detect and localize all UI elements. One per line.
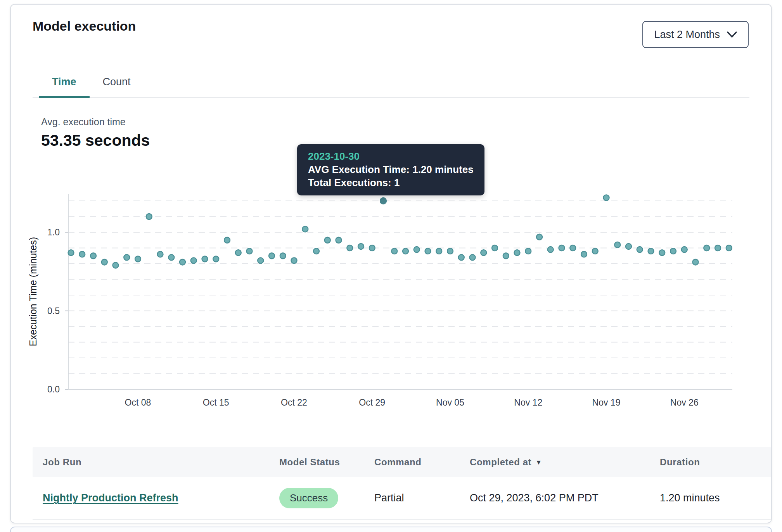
- scatter-point[interactable]: [213, 256, 219, 262]
- scatter-point[interactable]: [637, 247, 643, 252]
- scatter-point[interactable]: [336, 237, 342, 243]
- scatter-point[interactable]: [247, 248, 253, 254]
- scatter-point[interactable]: [458, 254, 464, 260]
- scatter-point[interactable]: [648, 248, 654, 254]
- scatter-point[interactable]: [626, 244, 631, 249]
- scatter-point[interactable]: [715, 245, 721, 251]
- scatter-point[interactable]: [113, 263, 119, 268]
- next-card-edge: [10, 527, 772, 532]
- scatter-point[interactable]: [68, 250, 74, 256]
- scatter-point[interactable]: [79, 251, 85, 257]
- scatter-point[interactable]: [614, 242, 620, 248]
- scatter-point[interactable]: [235, 250, 241, 256]
- x-tick-label: Oct 22: [281, 397, 307, 408]
- scatter-point[interactable]: [659, 250, 665, 256]
- screen: Model execution Last 2 Months Time Count…: [0, 0, 782, 532]
- column-header-model-status[interactable]: Model Status: [279, 457, 374, 468]
- cell-job-run: Nightly Production Refresh: [33, 492, 279, 504]
- cell-model-status: Success: [279, 488, 374, 508]
- x-tick-label: Oct 08: [125, 397, 151, 408]
- tab-count[interactable]: Count: [90, 67, 144, 97]
- scatter-point[interactable]: [682, 247, 687, 252]
- scatter-point[interactable]: [704, 245, 709, 251]
- scatter-point[interactable]: [358, 244, 364, 249]
- scatter-point[interactable]: [135, 256, 141, 262]
- tabs: Time Count: [33, 67, 749, 98]
- stat-value: 53.35 seconds: [41, 131, 150, 150]
- scatter-point[interactable]: [369, 245, 375, 251]
- scatter-point[interactable]: [503, 253, 509, 259]
- scatter-point[interactable]: [269, 253, 275, 259]
- scatter-point[interactable]: [102, 259, 107, 265]
- column-header-command[interactable]: Command: [374, 457, 470, 468]
- scatter-point[interactable]: [592, 248, 598, 254]
- scatter-point[interactable]: [191, 257, 197, 263]
- scatter-point[interactable]: [726, 245, 732, 251]
- cell-completed-at: Oct 29, 2023, 6:02 PM PDT: [470, 492, 660, 504]
- tooltip-date: 2023-10-30: [308, 150, 474, 163]
- date-range-value: Last 2 Months: [654, 29, 720, 41]
- tooltip-avg-execution: AVG Execution Time: 1.20 minutes: [308, 163, 474, 176]
- scatter-point[interactable]: [157, 251, 163, 257]
- scatter-point[interactable]: [403, 248, 408, 254]
- scatter-point[interactable]: [470, 254, 476, 260]
- scatter-point[interactable]: [168, 254, 174, 260]
- scatter-point[interactable]: [536, 234, 542, 240]
- scatter-point[interactable]: [124, 254, 130, 260]
- scatter-point[interactable]: [302, 226, 308, 232]
- column-header-job-run[interactable]: Job Run: [33, 457, 279, 468]
- column-header-completed-at[interactable]: Completed at ▼: [470, 457, 660, 468]
- scatter-point[interactable]: [414, 247, 420, 252]
- scatter-point[interactable]: [313, 248, 319, 254]
- scatter-point[interactable]: [447, 248, 453, 254]
- scatter-point[interactable]: [425, 248, 431, 254]
- y-tick-label: 0.0: [47, 384, 60, 394]
- scatter-point[interactable]: [436, 248, 442, 254]
- scatter-point[interactable]: [514, 250, 520, 256]
- status-badge: Success: [279, 488, 338, 508]
- table-header-row: Job Run Model Status Command Completed a…: [33, 447, 771, 477]
- scatter-point[interactable]: [325, 237, 330, 243]
- scatter-point-highlighted[interactable]: [380, 198, 386, 204]
- scatter-point[interactable]: [347, 245, 353, 251]
- avg-execution-stat: Avg. execution time 53.35 seconds: [41, 116, 150, 150]
- stat-label: Avg. execution time: [41, 116, 150, 128]
- scatter-point[interactable]: [525, 248, 531, 254]
- scatter-point[interactable]: [570, 245, 576, 251]
- scatter-point[interactable]: [146, 214, 152, 219]
- tooltip-total-executions: Total Executions: 1: [308, 176, 474, 189]
- chart-tooltip: 2023-10-30 AVG Execution Time: 1.20 minu…: [297, 144, 484, 195]
- cell-command: Partial: [374, 492, 470, 504]
- x-tick-label: Nov 05: [436, 397, 464, 408]
- scatter-point[interactable]: [693, 259, 699, 265]
- scatter-point[interactable]: [258, 257, 263, 263]
- model-execution-card: Model execution Last 2 Months Time Count…: [10, 4, 772, 523]
- x-tick-label: Nov 26: [670, 397, 699, 408]
- scatter-point[interactable]: [391, 248, 397, 254]
- x-tick-label: Nov 12: [514, 397, 542, 408]
- sort-desc-icon[interactable]: ▼: [535, 459, 542, 466]
- y-tick-label: 1.0: [47, 227, 60, 237]
- scatter-point[interactable]: [581, 251, 587, 257]
- x-tick-label: Nov 19: [592, 397, 621, 408]
- scatter-point[interactable]: [90, 253, 96, 259]
- page-title: Model execution: [33, 19, 136, 34]
- scatter-point[interactable]: [548, 247, 554, 252]
- chevron-down-icon: [727, 31, 737, 38]
- scatter-point[interactable]: [559, 245, 565, 251]
- tab-time[interactable]: Time: [39, 67, 90, 97]
- scatter-point[interactable]: [481, 250, 486, 256]
- scatter-point[interactable]: [604, 195, 609, 200]
- scatter-point[interactable]: [202, 256, 208, 262]
- column-header-duration[interactable]: Duration: [660, 457, 771, 468]
- scatter-point[interactable]: [492, 245, 498, 251]
- scatter-point[interactable]: [180, 259, 185, 265]
- date-range-dropdown[interactable]: Last 2 Months: [642, 21, 749, 48]
- scatter-point[interactable]: [224, 237, 230, 243]
- y-tick-label: 0.5: [47, 306, 60, 316]
- job-run-link[interactable]: Nightly Production Refresh: [43, 492, 178, 504]
- scatter-point[interactable]: [280, 253, 286, 259]
- y-axis-title: Execution Time (minutes): [28, 237, 38, 346]
- scatter-point[interactable]: [291, 257, 297, 263]
- scatter-point[interactable]: [670, 248, 676, 254]
